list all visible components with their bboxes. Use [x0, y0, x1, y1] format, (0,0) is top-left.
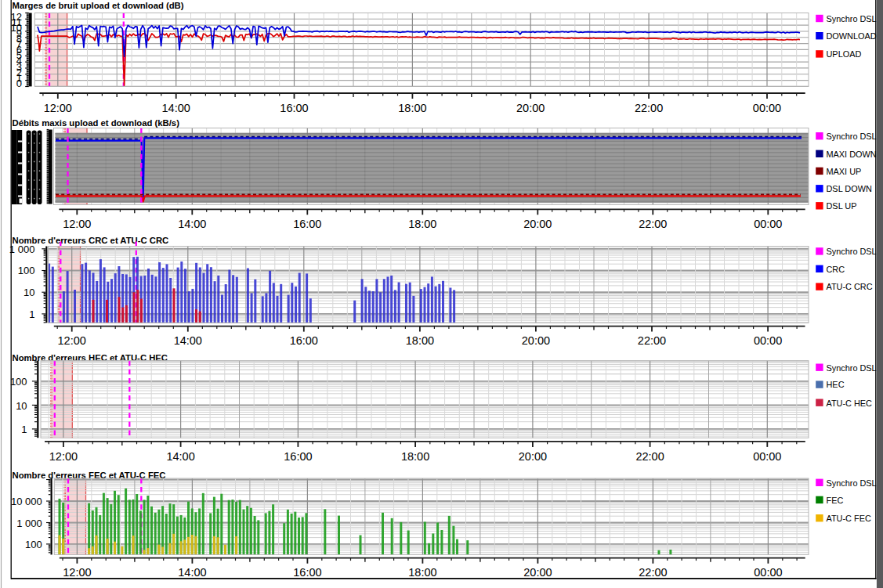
svg-text:Synchro DSL: Synchro DSL	[827, 478, 877, 488]
svg-text:1 000: 1 000	[16, 518, 42, 529]
svg-text:DSL DOWN: DSL DOWN	[827, 184, 872, 193]
svg-text:00:00: 00:00	[754, 334, 782, 347]
svg-text:14:00: 14:00	[178, 218, 206, 230]
svg-text:12:00: 12:00	[63, 218, 91, 230]
svg-text:100: 100	[18, 265, 35, 276]
svg-text:20:00: 20:00	[519, 450, 547, 463]
svg-text:100: 100	[10, 376, 27, 388]
svg-text:1 000: 1 000	[9, 243, 35, 255]
svg-text:10: 10	[24, 287, 34, 298]
svg-text:00:00: 00:00	[753, 102, 781, 114]
svg-text:18:00: 18:00	[401, 450, 429, 463]
svg-text:18:00: 18:00	[406, 334, 434, 347]
svg-text:Nombre d'erreurs CRC et ATU-C: Nombre d'erreurs CRC et ATU-C CRC	[13, 236, 169, 245]
svg-text:16:00: 16:00	[293, 566, 321, 579]
svg-text:12: 12	[11, 11, 22, 23]
svg-text:14:00: 14:00	[166, 450, 194, 463]
svg-text:22:00: 22:00	[638, 334, 666, 347]
svg-text:22:00: 22:00	[635, 450, 664, 463]
svg-text:Synchro DSL: Synchro DSL	[827, 132, 877, 141]
svg-text:00:00: 00:00	[754, 218, 782, 230]
svg-text:1: 1	[29, 308, 34, 320]
svg-text:14:00: 14:00	[162, 102, 190, 114]
svg-text:14:00: 14:00	[174, 334, 202, 347]
svg-text:14:00: 14:00	[178, 566, 206, 579]
svg-text:16:00: 16:00	[293, 218, 321, 230]
svg-text:DSL UP: DSL UP	[827, 201, 857, 211]
svg-text:00:00: 00:00	[754, 566, 782, 579]
svg-text:HEC: HEC	[827, 380, 845, 389]
svg-text:UPLOAD: UPLOAD	[827, 49, 862, 59]
svg-text:Marges de bruit upload et down: Marges de bruit upload et download (dB)	[13, 1, 184, 10]
svg-text:18:00: 18:00	[398, 102, 426, 114]
svg-text:22:00: 22:00	[635, 102, 663, 114]
svg-text:1: 1	[21, 424, 27, 435]
svg-text:MAXI DOWN: MAXI DOWN	[827, 150, 877, 159]
svg-text:18:00: 18:00	[408, 566, 436, 579]
svg-text:12:00: 12:00	[63, 566, 91, 579]
svg-text:00:00: 00:00	[753, 450, 781, 463]
svg-text:20:00: 20:00	[523, 218, 552, 230]
svg-text:12:00: 12:00	[58, 334, 86, 347]
svg-text:12:00: 12:00	[49, 450, 78, 463]
svg-text:CRC: CRC	[827, 265, 845, 274]
svg-text:16:00: 16:00	[284, 450, 312, 463]
svg-text:16:00: 16:00	[290, 334, 318, 347]
svg-text:20:00: 20:00	[516, 102, 545, 114]
svg-text:ATU-C HEC: ATU-C HEC	[827, 399, 873, 408]
svg-text:MAXI UP: MAXI UP	[827, 167, 862, 176]
svg-text:ATU-C CRC: ATU-C CRC	[827, 282, 873, 291]
svg-text:100: 100	[25, 539, 42, 550]
svg-text:22:00: 22:00	[639, 218, 667, 230]
svg-text:18:00: 18:00	[408, 218, 436, 230]
svg-text:16:00: 16:00	[280, 102, 308, 114]
svg-text:Synchro DSL: Synchro DSL	[827, 247, 877, 256]
svg-text:22:00: 22:00	[639, 566, 667, 579]
svg-text:Synchro DSL: Synchro DSL	[827, 14, 877, 23]
svg-text:ATU-C FEC: ATU-C FEC	[827, 514, 871, 523]
svg-text:20:00: 20:00	[523, 566, 552, 579]
svg-text:Débits maxis upload et downloa: Débits maxis upload et download (kB/s)	[13, 118, 180, 128]
svg-text:10 000: 10 000	[11, 496, 42, 507]
svg-text:10: 10	[16, 400, 27, 412]
svg-text:DOWNLOAD: DOWNLOAD	[827, 31, 877, 41]
svg-text:Synchro DSL: Synchro DSL	[827, 363, 877, 373]
svg-text:20:00: 20:00	[522, 334, 550, 347]
svg-text:FEC: FEC	[827, 496, 844, 505]
svg-text:12:00: 12:00	[44, 102, 72, 114]
